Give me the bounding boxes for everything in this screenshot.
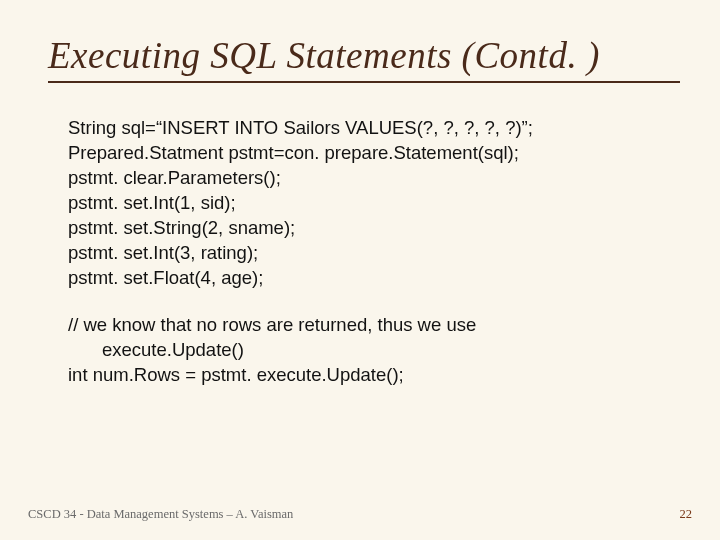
comment-line-1b: execute.Update() <box>68 338 672 363</box>
page-number: 22 <box>680 507 693 522</box>
code-line-2: Prepared.Statment pstmt=con. prepare.Sta… <box>68 141 672 166</box>
code-line-1: String sql=“INSERT INTO Sailors VALUES(?… <box>68 116 672 141</box>
spacer <box>68 291 672 313</box>
code-line-6: pstmt. set.Int(3, rating); <box>68 241 672 266</box>
comment-line-1: // we know that no rows are returned, th… <box>68 313 672 338</box>
slide-body: String sql=“INSERT INTO Sailors VALUES(?… <box>68 116 672 388</box>
code-line-5: pstmt. set.String(2, sname); <box>68 216 672 241</box>
slide: Executing SQL Statements (Contd. ) Strin… <box>0 0 720 540</box>
footer-text: CSCD 34 - Data Management Systems – A. V… <box>28 507 293 522</box>
code-line-9: int num.Rows = pstmt. execute.Update(); <box>68 363 672 388</box>
slide-title: Executing SQL Statements (Contd. ) <box>48 34 680 83</box>
code-line-4: pstmt. set.Int(1, sid); <box>68 191 672 216</box>
code-line-7: pstmt. set.Float(4, age); <box>68 266 672 291</box>
code-line-3: pstmt. clear.Parameters(); <box>68 166 672 191</box>
